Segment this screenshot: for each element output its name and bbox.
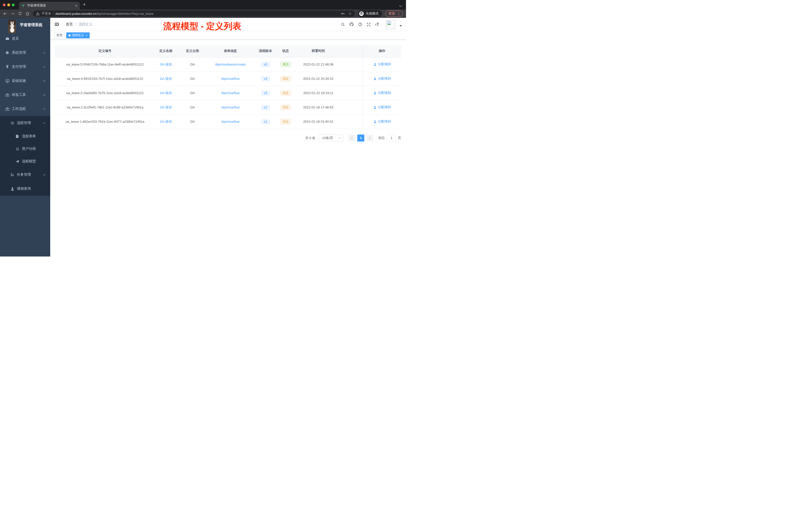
prev-page-button[interactable] bbox=[348, 134, 355, 142]
next-page-button[interactable] bbox=[366, 134, 373, 142]
definition-name-link[interactable]: OA 请假 bbox=[160, 77, 172, 81]
chevron-down-icon bbox=[43, 66, 46, 68]
tag-close-icon[interactable]: × bbox=[86, 34, 87, 37]
form-link[interactable]: /bpm/oa/flow bbox=[221, 91, 240, 95]
list-tree-icon bbox=[10, 121, 14, 125]
breadcrumb-home[interactable]: 首页 bbox=[66, 22, 73, 27]
url-text[interactable]: dashboard.yudao.iocoder.cn/bpm/manager/d… bbox=[56, 12, 154, 16]
goto-page-input[interactable] bbox=[387, 134, 396, 142]
new-tab-button[interactable]: + bbox=[83, 2, 86, 7]
sidebar-item-infra[interactable]: 基础设施 bbox=[0, 74, 50, 88]
definition-name-link[interactable]: OA 请假 bbox=[160, 105, 172, 109]
flow-icon bbox=[10, 173, 14, 177]
sidebar-item-process-form[interactable]: 流程表单 bbox=[0, 130, 50, 143]
sidebar-item-home[interactable]: 首页 bbox=[0, 32, 50, 46]
user-icon bbox=[373, 105, 377, 109]
assign-rule-label: 分配规则 bbox=[378, 105, 391, 110]
col-status: 状态 bbox=[279, 45, 292, 57]
form-link[interactable]: /bpm/oa/flow bbox=[221, 120, 240, 123]
sidebar-item-leave-query[interactable]: 请假查询 bbox=[0, 182, 50, 196]
sidebar-menu: 首页 系统管理 ¥ 支付管理 bbox=[0, 32, 50, 196]
sidebar-item-task-mgmt[interactable]: 任务管理 bbox=[0, 168, 50, 182]
assign-rule-link[interactable]: 分配规则 bbox=[373, 105, 391, 110]
sidebar-item-label: 流程管理 bbox=[17, 121, 31, 125]
not-secure-warning-icon[interactable] bbox=[36, 12, 40, 16]
bookmark-star-icon[interactable]: ☆ bbox=[348, 11, 352, 16]
active-dot bbox=[68, 34, 70, 36]
zoom-window-button[interactable] bbox=[12, 3, 14, 6]
reload-icon[interactable] bbox=[18, 11, 22, 16]
form-icon bbox=[15, 134, 20, 138]
form-link[interactable]: /bpm/oa/leave/create bbox=[215, 62, 245, 66]
yen-icon: ¥ bbox=[5, 65, 9, 69]
chevron-down-icon bbox=[43, 94, 46, 96]
browser-menu-icon[interactable]: ⋮ bbox=[397, 11, 401, 16]
sidebar-logo[interactable]: 芋道管理系统 bbox=[0, 18, 50, 32]
tab-title: 芋道管理系统 bbox=[27, 3, 73, 8]
definition-table: 定义编号 定义名称 定义分类 表单信息 流程版本 状态 部署时间 操作 bbox=[55, 45, 401, 129]
assign-rule-label: 分配规则 bbox=[378, 62, 391, 66]
search-icon[interactable] bbox=[341, 22, 345, 27]
definition-name-link[interactable]: OA 请假 bbox=[160, 120, 172, 123]
tag-home[interactable]: 首页 bbox=[54, 32, 65, 38]
form-link[interactable]: /bpm/oa/flow bbox=[221, 77, 240, 81]
sidebar-item-process-mgmt[interactable]: 流程管理 bbox=[0, 116, 50, 130]
sidebar-item-payment[interactable]: ¥ 支付管理 bbox=[0, 60, 50, 74]
avatar-dropdown-caret-icon[interactable] bbox=[400, 25, 402, 27]
paper-plane-icon bbox=[15, 159, 20, 163]
browser-toolbar: 不安全 dashboard.yudao.iocoder.cn/bpm/manag… bbox=[0, 9, 406, 18]
chevron-down-icon bbox=[43, 174, 46, 176]
form-link[interactable]: /bpm/oa/flow bbox=[221, 105, 240, 109]
sidebar-item-workflow[interactable]: 工作流程 bbox=[0, 102, 50, 116]
incognito-icon bbox=[359, 11, 364, 16]
page-unit-label: 页 bbox=[398, 136, 401, 140]
page-number-1[interactable]: 1 bbox=[357, 134, 364, 142]
main-area: 流程模型 - 定义列表 首页 / 流程定义 bbox=[50, 18, 406, 256]
sidebar-collapse-icon[interactable] bbox=[54, 22, 59, 27]
app-title: 芋道管理系统 bbox=[20, 23, 42, 27]
update-label[interactable]: 更新 bbox=[388, 11, 395, 16]
definition-id: oa_leave:3:1fad3d93-7b75-11ec-a3c8-acde4… bbox=[55, 86, 155, 100]
col-actions: 操作 bbox=[363, 45, 401, 57]
close-window-button[interactable] bbox=[3, 3, 5, 6]
forward-icon[interactable] bbox=[10, 11, 15, 16]
tag-process-definition[interactable]: 流程定义 × bbox=[66, 32, 90, 38]
browser-tab[interactable]: 芋道管理系统 × bbox=[19, 2, 80, 9]
table-row: oa_leave:5:004b710b-7b8a-11ec-8ef0-acde4… bbox=[55, 57, 401, 71]
page-size-select[interactable]: 10条/页 bbox=[319, 134, 343, 142]
traffic-lights bbox=[3, 3, 14, 6]
table-row: oa_leave:1:482ec033-762a-11ec-8477-a2380… bbox=[55, 115, 401, 129]
tab-search-chevron-icon[interactable] bbox=[399, 3, 402, 8]
table-header-row: 定义编号 定义名称 定义分类 表单信息 流程版本 状态 部署时间 操作 bbox=[55, 45, 401, 57]
sidebar-item-label: 流程模型 bbox=[22, 159, 36, 163]
minimize-window-button[interactable] bbox=[7, 3, 10, 6]
url-host: dashboard.yudao.iocoder.cn bbox=[56, 12, 96, 16]
tab-close-icon[interactable]: × bbox=[75, 4, 77, 7]
definition-name-link[interactable]: OA 请假 bbox=[160, 91, 172, 95]
address-bar[interactable]: 不安全 dashboard.yudao.iocoder.cn/bpm/manag… bbox=[33, 10, 355, 17]
password-key-icon[interactable] bbox=[341, 11, 345, 16]
col-form-info: 表单信息 bbox=[208, 45, 252, 57]
definition-name-link[interactable]: OA 请假 bbox=[160, 62, 172, 66]
sidebar-item-user-group[interactable]: 用户分组 bbox=[0, 143, 50, 155]
goto-label: 前往 bbox=[378, 136, 385, 140]
fullscreen-icon[interactable] bbox=[367, 22, 371, 27]
user-avatar[interactable] bbox=[386, 20, 395, 29]
assign-rule-link[interactable]: 分配规则 bbox=[373, 76, 391, 81]
help-icon[interactable] bbox=[358, 22, 362, 27]
github-icon[interactable] bbox=[349, 22, 354, 27]
assign-rule-link[interactable]: 分配规则 bbox=[373, 119, 391, 124]
assign-rule-link[interactable]: 分配规则 bbox=[373, 62, 391, 66]
font-size-icon[interactable]: TT bbox=[375, 22, 379, 27]
breadcrumb-current: 流程定义 bbox=[78, 22, 92, 27]
back-icon[interactable] bbox=[3, 11, 7, 16]
home-icon[interactable] bbox=[25, 11, 30, 16]
version-tag: v1 bbox=[261, 119, 270, 124]
sidebar-item-system[interactable]: 系统管理 bbox=[0, 46, 50, 60]
status-badge: 挂起 bbox=[281, 76, 291, 81]
sidebar-item-devtools[interactable]: 研发工具 bbox=[0, 88, 50, 102]
sidebar-item-process-model[interactable]: 流程模型 bbox=[0, 155, 50, 168]
security-label[interactable]: 不安全 bbox=[42, 11, 51, 16]
assign-rule-link[interactable]: 分配规则 bbox=[373, 91, 391, 95]
update-button[interactable]: 更新 ⋮ bbox=[385, 10, 403, 17]
